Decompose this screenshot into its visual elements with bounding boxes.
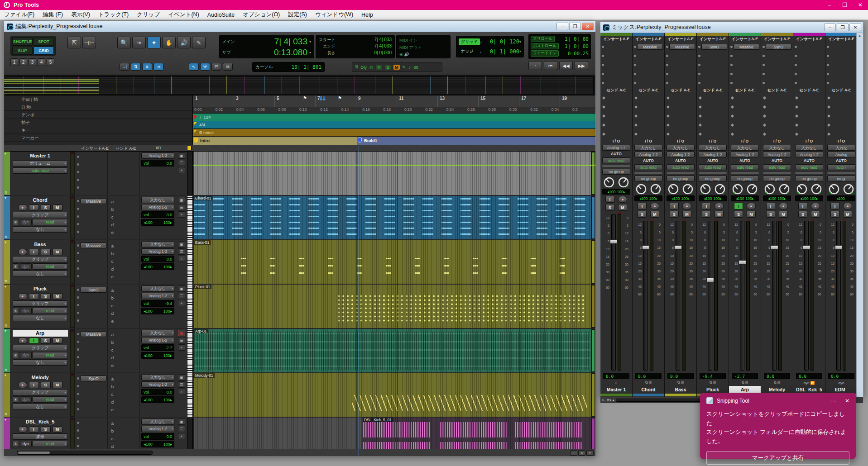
nudge-dropdown-icon[interactable]: ▾ bbox=[519, 49, 521, 53]
mute-button[interactable]: M bbox=[682, 211, 691, 218]
zoom-preset-button[interactable]: 5 bbox=[47, 58, 54, 66]
online-clock-button[interactable]: ◔ bbox=[528, 61, 542, 70]
output-selector[interactable]: Analog 1-2 bbox=[141, 381, 174, 388]
app-maximize-button[interactable]: ❐ bbox=[837, 2, 853, 8]
comments-icon[interactable]: ☰ bbox=[178, 204, 185, 210]
grid-note-icon[interactable]: ♪ bbox=[480, 39, 484, 44]
menu-item[interactable]: AudioSuite bbox=[203, 12, 239, 18]
instrument-window-icon[interactable]: ▣ bbox=[178, 152, 185, 159]
track-sends-column[interactable] bbox=[108, 152, 140, 195]
input-selector[interactable]: 入力なし bbox=[763, 145, 791, 151]
menu-item[interactable]: 設定(S) bbox=[284, 11, 311, 19]
strip-bottom-icons[interactable]: ⧉ ▦ bbox=[665, 380, 696, 386]
volume-fader[interactable] bbox=[643, 221, 648, 371]
track-sends-column[interactable]: a b c d e bbox=[108, 196, 140, 239]
output-selector[interactable]: Analog 1-2 bbox=[763, 152, 791, 157]
solo-button[interactable]: S bbox=[830, 211, 839, 218]
volume-readout[interactable]: vol-2.7 bbox=[141, 344, 174, 351]
postroll-value[interactable]: 1| 0| 00 bbox=[565, 43, 589, 49]
input-selector[interactable]: 入力なし bbox=[634, 145, 662, 151]
record-enable-button[interactable]: ● bbox=[18, 249, 27, 255]
menu-item[interactable]: 編集 (E) bbox=[38, 11, 67, 19]
group-selector[interactable]: no group bbox=[795, 176, 823, 181]
track-lane[interactable]: Chord-01 bbox=[193, 196, 595, 239]
menu-item[interactable]: 表示(V) bbox=[67, 11, 94, 19]
playlist-icon[interactable]: ✳ bbox=[13, 308, 19, 314]
volume-readout[interactable]: vol-9.4 bbox=[141, 300, 174, 307]
track-color-bar[interactable] bbox=[4, 196, 10, 239]
solo-button[interactable]: S bbox=[41, 249, 51, 255]
pan-values[interactable]: ◂100100▸ bbox=[699, 195, 727, 201]
menu-item[interactable]: イベント(N) bbox=[164, 11, 203, 19]
output-selector[interactable]: Analog 1-2 bbox=[141, 248, 174, 255]
volume-readout[interactable]: -9.4 bbox=[700, 373, 726, 379]
send-slot[interactable] bbox=[667, 96, 670, 99]
insert-plugin-button[interactable]: SynO bbox=[81, 376, 106, 381]
dyn-indicator[interactable]: dyn bbox=[20, 396, 32, 403]
waveform-icon[interactable]: ⦙⦀ bbox=[355, 64, 358, 70]
pan-knob-left[interactable] bbox=[732, 183, 743, 195]
pan-knob-right[interactable] bbox=[714, 183, 726, 195]
volume-fader[interactable] bbox=[611, 214, 616, 371]
zoom-tool[interactable]: 🔍 bbox=[117, 37, 131, 48]
zoom-preset-button[interactable]: 2 bbox=[19, 58, 27, 66]
pan-knob-right[interactable] bbox=[650, 183, 662, 195]
group-selector[interactable]: no group bbox=[699, 176, 727, 181]
notification-more-button[interactable]: ··· bbox=[830, 398, 845, 404]
volume-readout[interactable]: vol0.0 bbox=[141, 211, 174, 218]
mute-button[interactable]: M bbox=[53, 293, 62, 300]
comments-icon[interactable]: ☰ bbox=[178, 337, 185, 343]
pencil-icon[interactable]: ✎ bbox=[403, 65, 406, 70]
track-name[interactable]: Master 1 bbox=[13, 152, 68, 159]
marker-build1[interactable]: Build1 bbox=[357, 137, 595, 145]
pan-values[interactable]: ◂100100▸ bbox=[667, 195, 695, 201]
automation-mode-selector[interactable]: auto read bbox=[634, 164, 662, 170]
insert-slot-dot[interactable] bbox=[77, 377, 79, 380]
track-view-selector[interactable]: クリップ bbox=[13, 300, 68, 307]
insert-plugin-button[interactable]: Massive bbox=[669, 44, 695, 50]
volume-automation-line[interactable] bbox=[193, 165, 595, 166]
mini-keyboard[interactable] bbox=[187, 373, 192, 417]
tab-to-transient-button[interactable]: →| bbox=[120, 63, 129, 71]
volume-fader[interactable] bbox=[836, 221, 841, 371]
solo-button[interactable]: S bbox=[41, 338, 51, 344]
strip-bottom-icons[interactable]: ⧉ ▦ bbox=[697, 380, 729, 386]
zoom-in-button[interactable]: + bbox=[586, 450, 594, 456]
solo-button[interactable]: S bbox=[702, 211, 711, 218]
insert-slot-dot[interactable] bbox=[77, 200, 79, 202]
edit-mode-button[interactable]: SHUFFLE bbox=[12, 38, 33, 46]
fast-forward-button[interactable]: ▶▶ bbox=[575, 61, 588, 70]
volume-readout[interactable]: vol0.0 bbox=[141, 389, 174, 395]
mute-button[interactable]: M bbox=[715, 211, 724, 218]
dyn-indicator[interactable]: dyn bbox=[20, 219, 32, 225]
rewind-button[interactable]: ◀◀ bbox=[559, 61, 573, 70]
mini-keyboard[interactable] bbox=[187, 152, 192, 195]
insert-plugin-button[interactable]: Massive bbox=[734, 44, 759, 50]
fader-handle[interactable] bbox=[642, 245, 650, 250]
automation-mode-selector[interactable]: read bbox=[33, 396, 68, 403]
pan-values[interactable]: ◂100100▸ bbox=[763, 195, 791, 201]
insert-plugin-button[interactable]: Massive bbox=[81, 331, 106, 337]
output-selector[interactable]: Analog 1-2 bbox=[141, 337, 174, 343]
pan-knob-right[interactable] bbox=[810, 183, 822, 195]
notification-close-button[interactable]: ✕ bbox=[845, 398, 849, 404]
edit-restore-button[interactable]: ❐ bbox=[569, 23, 581, 30]
track-color-bar[interactable] bbox=[4, 152, 10, 195]
instrument-window-icon[interactable]: ▣ bbox=[178, 285, 185, 292]
strip-view-icons[interactable]: ⊩ ≣▾ ◂ bbox=[602, 398, 614, 402]
mute-button[interactable]: M bbox=[53, 249, 62, 255]
output-selector[interactable]: Analog 1-2 bbox=[141, 293, 174, 299]
ruler-label[interactable]: キー bbox=[4, 126, 192, 134]
input-monitor-button[interactable]: I bbox=[702, 203, 711, 209]
session-overview[interactable] bbox=[4, 76, 595, 95]
input-monitor-button[interactable]: I bbox=[638, 203, 647, 209]
zoom-thumb[interactable]: = bbox=[578, 450, 585, 456]
volume-readout[interactable]: -2.7 bbox=[732, 373, 758, 379]
markup-share-button[interactable]: マークアップと共有 bbox=[706, 451, 849, 465]
pan-values[interactable]: ◂100100▸ bbox=[634, 195, 662, 201]
output-selector[interactable]: Analog 1-2 bbox=[795, 152, 823, 157]
track-sends-column[interactable]: a b c d e bbox=[108, 240, 140, 284]
automation-mode-selector[interactable]: read bbox=[33, 352, 68, 358]
strip-bottom-icons[interactable]: ⧉ ▦ bbox=[633, 380, 664, 386]
solo-button[interactable]: S bbox=[638, 211, 647, 218]
